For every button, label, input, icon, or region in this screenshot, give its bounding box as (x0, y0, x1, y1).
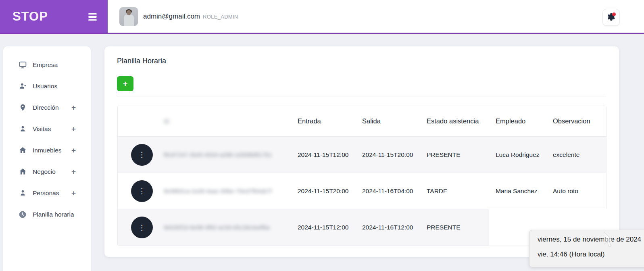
page-title: Planilla Horaria (117, 57, 166, 65)
user-email: admin@gmail.com (143, 13, 200, 21)
map-pin-icon (18, 103, 27, 112)
hamburger-menu-icon[interactable] (88, 12, 99, 22)
tooltip-time: vie. 14:46 (Hora local) (538, 250, 644, 258)
expand-plus-icon[interactable]: + (71, 168, 76, 175)
sidebar-item-negocio[interactable]: Negocio + (3, 161, 91, 182)
column-header-salida: Salida (357, 106, 422, 136)
sidebar-item-label: Empresa (33, 61, 58, 69)
sidebar: Empresa Usuarios Dirección + Visitas + I… (3, 46, 91, 271)
cell-estado: TARDE (422, 173, 489, 209)
divider (117, 96, 606, 96)
sidebar-item-label: Inmuebles (33, 147, 62, 154)
sidebar-item-label: Personas (33, 190, 59, 197)
settings-button[interactable] (602, 9, 620, 26)
sidebar-item-personas[interactable]: Personas + (3, 182, 91, 204)
home-icon (18, 167, 27, 176)
sidebar-item-inmuebles[interactable]: Inmuebles + (3, 140, 91, 161)
kebab-menu-icon: ⋮ (138, 223, 146, 232)
app-logo: STOP (13, 9, 48, 24)
person-icon (18, 189, 27, 198)
column-header-estado: Estado asistencia (422, 106, 489, 136)
user-plus-icon (18, 82, 27, 91)
expand-plus-icon[interactable]: + (71, 146, 76, 154)
home-icon (18, 146, 27, 155)
kebab-menu-icon: ⋮ (138, 186, 146, 196)
expand-plus-icon[interactable]: + (71, 104, 76, 111)
cell-id: 8e98b5ca-2a39-4aac-89be-76ed7f84ab7f (164, 188, 272, 194)
table-row: ⋮ 8e98b5ca-2a39-4aac-89be-76ed7f84ab7f 2… (118, 173, 606, 209)
user-avatar[interactable] (119, 7, 138, 26)
person-icon (18, 125, 27, 133)
header-actions (118, 106, 158, 136)
sidebar-item-label: Negocio (33, 168, 56, 175)
planilla-table: ID Entrada Salida Estado asistencia Empl… (117, 106, 606, 246)
sidebar-item-empresa[interactable]: Empresa (3, 54, 91, 75)
monitor-icon (18, 60, 27, 69)
cell-empleado: Luca Rodriguez (489, 137, 547, 173)
sidebar-item-label: Dirección (33, 104, 59, 111)
row-actions-button[interactable]: ⋮ (131, 144, 153, 166)
notification-dot (612, 13, 616, 16)
table-row: ⋮ f6c87247-2b45-4934-a288-1d308bf817b1 2… (118, 137, 606, 173)
cell-entrada: 2024-11-15T12:00 (293, 137, 357, 173)
cell-estado: PRESENTE (422, 209, 489, 246)
expand-plus-icon[interactable]: + (71, 125, 76, 133)
column-header-empleado: Empleado (489, 106, 547, 136)
add-record-button[interactable]: + (117, 76, 133, 91)
cell-entrada: 2024-11-15T20:00 (293, 173, 357, 209)
cell-salida: 2024-11-16T04:00 (357, 173, 422, 209)
expand-plus-icon[interactable]: + (71, 189, 76, 197)
clock-history-icon (18, 210, 27, 219)
row-actions-button[interactable]: ⋮ (131, 180, 153, 202)
row-actions-button[interactable]: ⋮ (131, 217, 153, 238)
main-content-card: Planilla Horaria + ID Entrada Salida Est… (104, 46, 619, 257)
sidebar-item-planilla-horaria[interactable]: Planilla horaria (3, 204, 91, 225)
cell-id: 9eb30f1b-6e98-4f82-ac5d-d3c3dc4a4fba (164, 224, 270, 231)
sidebar-item-direccion[interactable]: Dirección + (3, 97, 91, 118)
column-header-observacion: Observacion (547, 106, 607, 136)
sidebar-item-label: Planilla horaria (33, 211, 74, 218)
cell-entrada: 2024-11-15T12:00 (293, 209, 357, 246)
cell-empleado: Maria Sanchez (489, 173, 547, 209)
user-role-badge: ROLE_ADMIN (203, 14, 238, 20)
kebab-menu-icon: ⋮ (138, 150, 146, 159)
sidebar-item-label: Visitas (33, 125, 51, 133)
sidebar-item-usuarios[interactable]: Usuarios (3, 75, 91, 97)
current-user: admin@gmail.com ROLE_ADMIN (119, 7, 238, 26)
sidebar-item-label: Usuarios (33, 83, 57, 90)
table-header-row: ID Entrada Salida Estado asistencia Empl… (118, 106, 606, 137)
column-header-entrada: Entrada (293, 106, 357, 136)
column-header-id: ID (164, 118, 170, 125)
tooltip-date: viernes, 15 de noviembre de 2024 (538, 236, 644, 244)
clock-tooltip: viernes, 15 de noviembre de 2024 vie. 14… (529, 230, 644, 267)
cell-estado: PRESENTE (422, 137, 489, 173)
cell-observacion: Auto roto (547, 173, 607, 209)
cell-salida: 2024-11-15T20:00 (357, 137, 422, 173)
cell-id: f6c87247-2b45-4934-a288-1d308bf817b1 (164, 152, 272, 158)
sidebar-item-visitas[interactable]: Visitas + (3, 118, 91, 140)
cell-observacion: excelente (547, 137, 607, 173)
cell-salida: 2024-11-16T12:00 (357, 209, 422, 246)
